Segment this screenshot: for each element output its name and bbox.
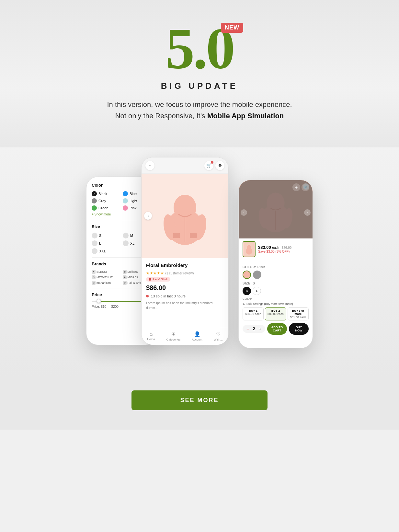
star-rating: ★★★★★ bbox=[146, 271, 164, 275]
brand-name: Pail & Shfrk bbox=[153, 278, 168, 281]
rating-row: ★★★★★ (1 customer review) bbox=[146, 270, 224, 276]
phone-modal: ⊕ 🛒 ‹ › $83.00 each bbox=[238, 180, 313, 348]
pail-logo: ✿ bbox=[123, 281, 127, 285]
size-s-btn[interactable]: S bbox=[243, 287, 251, 295]
modal-body: COLOR: PINK SIZE: S S L CLEAR 🏷 Bulk Sav… bbox=[239, 260, 313, 337]
size-xxl-circle bbox=[92, 248, 97, 254]
brand-mervellie[interactable]: ◌ MERVELLIE bbox=[92, 275, 121, 279]
buy-now-button[interactable]: BUY NOW bbox=[289, 323, 309, 335]
size-xxl-label: XXL bbox=[99, 249, 106, 253]
sold-dot bbox=[146, 295, 149, 297]
wishlist-label: Wish... bbox=[214, 338, 223, 341]
color-label: Color bbox=[92, 183, 103, 188]
product-description: Lorem Ipsum has been the industry's stan… bbox=[146, 301, 224, 310]
size-xl-circle bbox=[123, 240, 129, 246]
nav-account[interactable]: 👤 Account bbox=[192, 331, 202, 341]
mananican-logo: ◎ bbox=[92, 281, 96, 285]
bulk-option-2[interactable]: BUY 2 $83.00 each bbox=[265, 307, 286, 320]
prev-arrow[interactable]: ‹ bbox=[144, 212, 152, 220]
product-thumb-selected[interactable] bbox=[243, 241, 256, 257]
pink-swatch[interactable] bbox=[243, 271, 251, 279]
color-gray[interactable]: Gray bbox=[92, 198, 121, 203]
brand-dot bbox=[149, 278, 151, 281]
savings-icon: 🏷 bbox=[243, 302, 245, 306]
modal-save-text: Save $3.00 (3% OFF) bbox=[258, 250, 309, 253]
svg-point-16 bbox=[248, 245, 250, 248]
nav-categories[interactable]: ⊞ Categories bbox=[166, 331, 181, 341]
modal-price-each: each bbox=[272, 246, 279, 249]
size-xxl[interactable]: XXL bbox=[92, 248, 121, 254]
clear-link[interactable]: CLEAR bbox=[243, 297, 309, 300]
account-label: Account bbox=[192, 338, 202, 341]
color-black-label: Black bbox=[98, 192, 107, 196]
svg-rect-5 bbox=[173, 233, 180, 238]
pink-dot bbox=[123, 205, 128, 211]
color-black[interactable]: Black bbox=[92, 191, 121, 196]
version-wrapper: 5.0 NEW bbox=[165, 19, 234, 78]
modal-price: $83.00 bbox=[258, 245, 271, 250]
nav-wishlist[interactable]: ♡ Wish... bbox=[214, 331, 223, 341]
add-to-cart-button[interactable]: ADD TO CART bbox=[267, 323, 287, 335]
elessi-logo: ✦ bbox=[92, 270, 96, 274]
svg-rect-6 bbox=[190, 233, 197, 238]
home-label: Home bbox=[147, 338, 155, 341]
color-section-label: COLOR: PINK bbox=[243, 265, 309, 269]
product-thumb-row: $83.00 each $86.00 Save $3.00 (3% OFF) ✕ bbox=[239, 238, 313, 260]
bulk-price-3: $81.00 each bbox=[289, 316, 307, 319]
misara-label: MISARA bbox=[128, 276, 139, 279]
black-checked-icon bbox=[92, 191, 97, 196]
bottom-nav: ⌂ Home ⊞ Categories 👤 Account ♡ Wish... bbox=[142, 327, 228, 345]
pail-label: Pail & Shfrk bbox=[128, 281, 143, 284]
qty-stepper[interactable]: − 2 + bbox=[243, 325, 265, 333]
brand-mananican[interactable]: ◎ mananican bbox=[92, 281, 121, 285]
categories-icon: ⊞ bbox=[171, 331, 176, 337]
misara-logo: ◈ bbox=[123, 275, 127, 279]
hero-description: In this version, we focus to improve the… bbox=[107, 99, 292, 121]
size-s[interactable]: S bbox=[92, 233, 121, 238]
mananican-label: mananican bbox=[97, 281, 111, 284]
light-dot bbox=[123, 198, 128, 203]
modal-bg-image: ⊕ 🛒 ‹ › bbox=[239, 180, 313, 238]
color-green[interactable]: Green bbox=[92, 205, 121, 211]
right-cart-icon[interactable]: 🛒 bbox=[302, 183, 309, 191]
size-m-label: M bbox=[130, 234, 133, 237]
green-dot bbox=[92, 205, 97, 211]
phones-section: Color − Black Blue Gray bbox=[0, 147, 399, 377]
svg-point-7 bbox=[178, 195, 192, 209]
product-price: $86.00 bbox=[146, 284, 224, 292]
see-more-button[interactable]: SEE MORE bbox=[131, 390, 268, 410]
bulk-option-1[interactable]: BUY 1 $86.00 each bbox=[243, 307, 264, 320]
bulk-option-3[interactable]: BUY 3 or more $81.00 each bbox=[288, 307, 309, 320]
cart-icon[interactable]: 🛒 bbox=[204, 161, 213, 170]
brand-tag: Pail & Shfrk bbox=[146, 277, 170, 282]
size-l[interactable]: L bbox=[92, 240, 121, 246]
modal-price-section: $83.00 each $86.00 Save $3.00 (3% OFF) bbox=[258, 245, 309, 253]
cart-badge-dot bbox=[211, 161, 213, 164]
product-info: Floral Embroidery ★★★★★ (1 customer revi… bbox=[142, 258, 228, 315]
qty-minus-btn[interactable]: − bbox=[245, 326, 250, 331]
right-back-icon[interactable]: ⊕ bbox=[292, 183, 300, 191]
gray-swatch[interactable] bbox=[253, 271, 261, 279]
nav-home[interactable]: ⌂ Home bbox=[147, 331, 155, 341]
thumb-jacket bbox=[245, 243, 254, 255]
phones-container: Color − Black Blue Gray bbox=[86, 157, 313, 358]
qty-plus-btn[interactable]: + bbox=[257, 326, 263, 331]
share-icon[interactable]: ⊕ bbox=[215, 161, 224, 170]
sold-info: 13 sold in last 8 hours bbox=[146, 294, 224, 298]
brand-elessi[interactable]: ✦ ELESSI bbox=[92, 270, 121, 274]
account-icon: 👤 bbox=[194, 331, 200, 337]
meliana-label: Meliana bbox=[128, 270, 138, 273]
review-count: (1 customer review) bbox=[165, 272, 194, 275]
slider-thumb-left[interactable] bbox=[97, 299, 101, 303]
hero-section: 5.0 NEW BIG UPDATE In this version, we f… bbox=[0, 0, 399, 147]
bulk-savings-text: Bulk Savings (Buy more save more) bbox=[246, 302, 293, 306]
bulk-price-1: $86.00 each bbox=[244, 312, 262, 316]
size-l-btn[interactable]: L bbox=[253, 287, 261, 295]
color-pink-label: Pink bbox=[130, 206, 136, 210]
description-line1: In this version, we focus to improve the… bbox=[107, 100, 292, 109]
back-icon[interactable]: ← bbox=[145, 161, 154, 170]
bulk-price-2: $83.00 each bbox=[267, 312, 284, 316]
product-header: ← 🛒 ⊕ bbox=[142, 157, 228, 174]
bulk-savings-label: 🏷 Bulk Savings (Buy more save more) bbox=[243, 302, 309, 306]
elessi-label: ELESSI bbox=[97, 270, 107, 273]
